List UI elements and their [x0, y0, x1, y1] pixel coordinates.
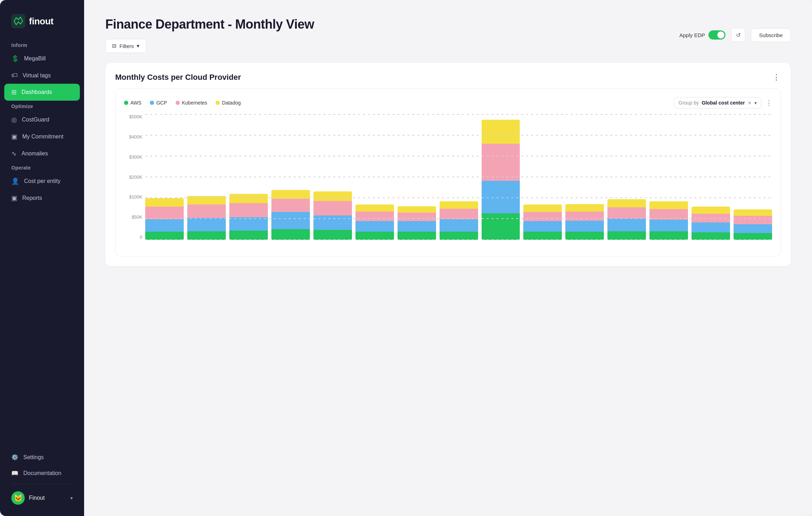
y-axis-label: $300K [124, 154, 142, 160]
filter-button[interactable]: ⊟ Filters ▾ [105, 39, 146, 53]
settings-item[interactable]: ⚙️ Settings [4, 449, 80, 465]
my-commitment-label: My Commitment [22, 134, 63, 140]
documentation-label: Documentation [23, 470, 61, 476]
grid-line [145, 135, 772, 136]
legend-kubernetes: Kubernetes [176, 100, 207, 106]
virtual-tags-label: Virtual tags [23, 72, 51, 79]
legend-dot-kubernetes [176, 101, 180, 105]
dashboards-icon: ⊞ [11, 88, 17, 96]
user-chevron-icon: ▾ [70, 495, 73, 501]
virtual-tags-icon: 🏷 [11, 72, 18, 79]
grid-line [145, 177, 772, 177]
legend-dot-aws [124, 101, 128, 105]
filter-icon: ⊟ [112, 43, 117, 49]
main-content: Finance Department - Monthly View ⊟ Filt… [84, 0, 812, 516]
apply-edp-control: Apply EDP [679, 30, 726, 40]
group-by-chevron-icon[interactable]: ▾ [754, 100, 757, 106]
y-axis-label: $400K [124, 134, 142, 140]
header-right: Apply EDP ↺ Subscribe [679, 28, 791, 42]
legend-gcp: GCP [150, 100, 167, 106]
apply-edp-toggle[interactable] [708, 30, 725, 40]
sidebar-item-reports[interactable]: ▣ Reports [0, 190, 84, 207]
sidebar-item-megabill[interactable]: 💲 MegaBill [0, 50, 84, 67]
page-title: Finance Department - Monthly View [105, 17, 314, 32]
documentation-icon: 📖 [11, 470, 18, 476]
logo: finout [0, 0, 84, 40]
svg-rect-0 [11, 14, 25, 28]
y-axis-label: 0 [124, 235, 142, 240]
chart-legend-row: AWSGCPKubernetesDatadog Group by Global … [124, 97, 772, 108]
sidebar-item-cost-per-entity[interactable]: 👤 Cost per entity [0, 173, 84, 190]
megabill-icon: 💲 [11, 55, 19, 63]
chart-outer-title: Monthly Costs per Cloud Provider [115, 73, 241, 82]
reset-icon: ↺ [736, 32, 741, 38]
page-header: Finance Department - Monthly View ⊟ Filt… [105, 17, 791, 53]
chart-title-row: Monthly Costs per Cloud Provider ⋮ [115, 73, 781, 82]
group-by-clear-icon[interactable]: ✕ [748, 100, 752, 106]
grid-line [145, 114, 772, 115]
costguard-label: CostGuard [22, 117, 49, 123]
legend-aws: AWS [124, 100, 141, 106]
legend-label-gcp: GCP [156, 100, 167, 106]
filter-chevron-icon: ▾ [137, 43, 140, 49]
legend-dot-gcp [150, 101, 154, 105]
documentation-item[interactable]: 📖 Documentation [4, 465, 80, 481]
legend-label-datadog: Datadog [222, 100, 241, 106]
bar-chart-area: 0$50K$100K$200K$300K$400K$500K [124, 114, 772, 248]
grid-line [145, 218, 772, 219]
chart-outer-card: Monthly Costs per Cloud Provider ⋮ AWSGC… [105, 63, 791, 266]
legend-items: AWSGCPKubernetesDatadog [124, 100, 241, 106]
reset-button[interactable]: ↺ [731, 28, 745, 42]
user-row[interactable]: 🐱 Finout ▾ [4, 487, 80, 509]
chart-inner-card: AWSGCPKubernetesDatadog Group by Global … [115, 88, 781, 256]
chart-outer-kebab-icon[interactable]: ⋮ [772, 73, 781, 82]
filter-label: Filters [119, 43, 134, 49]
y-axis-label: $100K [124, 194, 142, 200]
cost-per-entity-label: Cost per entity [24, 178, 60, 184]
grid-lines [145, 114, 772, 240]
legend-label-aws: AWS [130, 100, 141, 106]
anomalies-label: Anomalies [22, 150, 48, 157]
sidebar-item-virtual-tags[interactable]: 🏷 Virtual tags [0, 67, 84, 84]
section-label-operate: Operate [0, 162, 84, 173]
avatar: 🐱 [11, 491, 25, 505]
group-by-control[interactable]: Group by Global cost center ✕ ▾ [674, 97, 761, 108]
reports-label: Reports [22, 195, 42, 201]
subscribe-button[interactable]: Subscribe [751, 28, 791, 42]
sidebar-item-dashboards[interactable]: ⊞ Dashboards [4, 84, 80, 101]
grid-line [145, 156, 772, 156]
sidebar-footer: ⚙️ Settings 📖 Documentation 🐱 Finout ▾ [0, 442, 84, 516]
section-label-optimize: Optimize [0, 101, 84, 111]
group-by-value: Global cost center [702, 100, 745, 106]
dashboards-label: Dashboards [22, 89, 52, 95]
sidebar-divider [11, 484, 73, 484]
apply-edp-label: Apply EDP [679, 32, 705, 38]
anomalies-icon: ∿ [11, 150, 17, 158]
legend-dot-datadog [216, 101, 220, 105]
cost-per-entity-icon: 👤 [11, 177, 19, 185]
legend-datadog: Datadog [216, 100, 241, 106]
y-axis-label: $500K [124, 114, 142, 119]
sidebar-item-costguard[interactable]: ◎ CostGuard [0, 111, 84, 128]
settings-icon: ⚙️ [11, 454, 18, 461]
legend-label-kubernetes: Kubernetes [182, 100, 207, 106]
sidebar: finout Inform 💲 MegaBill 🏷 Virtual tags … [0, 0, 84, 516]
costguard-icon: ◎ [11, 116, 17, 124]
toggle-knob [717, 31, 724, 38]
logo-icon [11, 14, 25, 28]
grid-line [145, 197, 772, 198]
subscribe-label: Subscribe [759, 32, 783, 38]
sidebar-item-anomalies[interactable]: ∿ Anomalies [0, 145, 84, 162]
section-label-inform: Inform [0, 40, 84, 50]
group-by-label: Group by [678, 100, 699, 106]
sidebar-item-my-commitment[interactable]: ▣ My Commitment [0, 128, 84, 145]
logo-text: finout [29, 16, 53, 27]
group-by-kebab-icon[interactable]: ⋮ [766, 99, 772, 107]
my-commitment-icon: ▣ [11, 133, 17, 141]
grid-line [145, 239, 772, 240]
megabill-label: MegaBill [24, 55, 46, 62]
settings-label: Settings [23, 454, 44, 461]
reports-icon: ▣ [11, 194, 17, 202]
y-axis: 0$50K$100K$200K$300K$400K$500K [124, 114, 142, 248]
y-axis-label: $200K [124, 174, 142, 180]
